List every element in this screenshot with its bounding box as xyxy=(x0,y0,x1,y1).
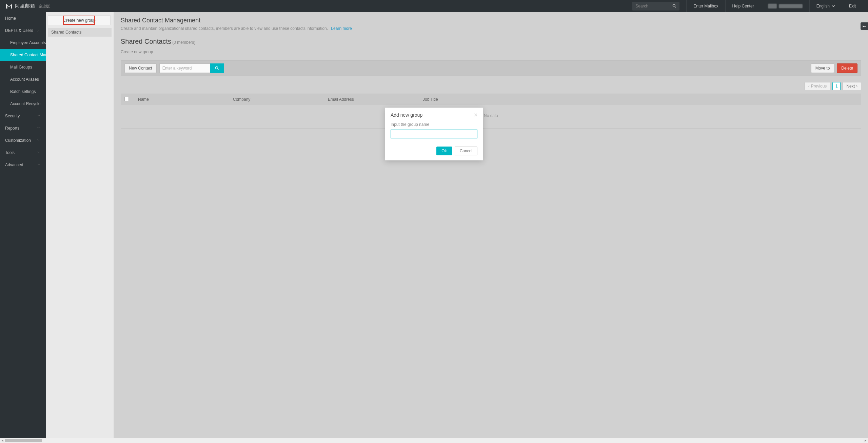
sidebar-item-account-aliases[interactable]: Account Aliases xyxy=(0,73,46,85)
th-job: Job Title xyxy=(423,97,491,102)
modal-cancel-button[interactable]: Cancel xyxy=(455,147,477,155)
logo-text: 阿里邮箱 xyxy=(15,3,35,9)
modal-close-button[interactable]: × xyxy=(474,112,477,118)
create-new-group-label: Create new group xyxy=(63,18,95,23)
collapse-icon: ⇤ xyxy=(863,24,866,29)
user-name xyxy=(779,4,803,8)
group-name-input[interactable] xyxy=(391,130,477,138)
scroll-right-arrow[interactable]: ► xyxy=(863,438,868,443)
topbar: 阿里邮箱 企业版 Enter Mailbox Help Center Engli… xyxy=(0,0,868,12)
sidebar-item-account-recycle[interactable]: Account Recycle xyxy=(0,98,46,110)
language-label: English xyxy=(816,4,830,8)
global-search xyxy=(632,2,679,11)
collapse-panel-button[interactable]: ⇤ xyxy=(861,22,868,30)
search-button[interactable] xyxy=(669,2,679,11)
exit-link[interactable]: Exit xyxy=(842,0,863,12)
scroll-thumb[interactable] xyxy=(5,439,42,442)
svg-line-1 xyxy=(675,7,676,8)
pager-next[interactable]: Next › xyxy=(843,82,861,90)
logo-icon xyxy=(5,3,13,9)
chevron-down-icon: ﹀ xyxy=(37,126,41,131)
group-item-shared-contacts[interactable]: Shared Contacts xyxy=(48,28,112,37)
create-new-group-button[interactable]: Create new group xyxy=(48,16,111,25)
pager-page-1[interactable]: 1 xyxy=(832,82,841,90)
modal-ok-button[interactable]: Ok xyxy=(436,147,452,155)
th-name: Name xyxy=(138,97,233,102)
delete-button[interactable]: Delete xyxy=(837,63,857,73)
scroll-left-arrow[interactable]: ◄ xyxy=(0,438,5,443)
breadcrumb: Create new group xyxy=(121,50,861,54)
scroll-track[interactable] xyxy=(5,438,863,443)
sidebar-item-label: Tools xyxy=(5,150,15,155)
page-title: Shared Contact Management xyxy=(121,17,861,24)
sidebar-item-employee-accounts[interactable]: Employee Accounts xyxy=(0,37,46,49)
chevron-down-icon xyxy=(832,4,835,8)
no-data-message: No data xyxy=(121,105,861,129)
language-selector[interactable]: English xyxy=(809,0,842,12)
chevron-right-icon: › xyxy=(856,84,857,89)
pagination: ‹ Previous 1 Next › xyxy=(121,82,861,90)
logo: 阿里邮箱 企业版 xyxy=(5,3,50,9)
new-contact-button[interactable]: New Contact xyxy=(124,63,157,73)
pager-next-label: Next xyxy=(846,84,855,89)
close-icon: × xyxy=(474,112,477,118)
sidebar-item-customization[interactable]: Customization ﹀ xyxy=(0,134,46,147)
logo-subtext: 企业版 xyxy=(39,4,50,9)
keyword-input[interactable] xyxy=(159,63,210,73)
sidebar-item-home[interactable]: Home xyxy=(0,12,46,24)
sidebar-item-label: Advanced xyxy=(5,162,23,167)
user-menu[interactable] xyxy=(761,0,809,12)
contacts-toolbar: New Contact Move to Delete xyxy=(121,60,861,76)
select-all-checkbox[interactable] xyxy=(124,97,129,101)
sidebar-item-security[interactable]: Security ﹀ xyxy=(0,110,46,122)
add-new-group-modal: Add new group × Input the group name Ok … xyxy=(385,108,483,160)
pager-previous[interactable]: ‹ Previous xyxy=(805,82,831,90)
modal-title: Add new group xyxy=(391,112,422,118)
sidebar: Home DEPTs & Users ︿ Employee Accounts S… xyxy=(0,12,46,443)
sidebar-item-shared-contact-management[interactable]: Shared Contact Management xyxy=(0,49,46,61)
sidebar-item-label: Reports xyxy=(5,126,19,131)
sidebar-item-label: DEPTs & Users xyxy=(5,28,33,33)
sidebar-item-reports[interactable]: Reports ﹀ xyxy=(0,122,46,134)
th-email: Email Address xyxy=(328,97,423,102)
enter-mailbox-link[interactable]: Enter Mailbox xyxy=(686,0,725,12)
avatar xyxy=(768,4,777,8)
chevron-down-icon: ﹀ xyxy=(37,162,41,167)
chevron-down-icon: ﹀ xyxy=(37,150,41,155)
move-to-button[interactable]: Move to xyxy=(811,63,834,73)
chevron-up-icon: ︿ xyxy=(37,28,41,33)
sidebar-item-tools[interactable]: Tools ﹀ xyxy=(0,147,46,159)
contacts-title: Shared Contacts xyxy=(121,38,171,45)
search-input[interactable] xyxy=(632,4,669,8)
search-icon xyxy=(215,66,219,71)
th-company: Company xyxy=(233,97,328,102)
horizontal-scrollbar[interactable]: ◄ ► xyxy=(0,438,868,443)
contacts-table-header: Name Company Email Address Job Title xyxy=(121,94,861,105)
search-icon xyxy=(672,4,677,8)
sidebar-item-mail-groups[interactable]: Mail Groups xyxy=(0,61,46,73)
keyword-search-button[interactable] xyxy=(210,63,224,73)
pager-previous-label: Previous xyxy=(811,84,827,89)
svg-line-3 xyxy=(217,69,218,70)
contacts-member-count: (0 members) xyxy=(172,40,195,45)
chevron-down-icon: ﹀ xyxy=(37,114,41,118)
sidebar-item-advanced[interactable]: Advanced ﹀ xyxy=(0,159,46,171)
chevron-down-icon: ﹀ xyxy=(37,138,41,143)
sidebar-item-depts[interactable]: DEPTs & Users ︿ xyxy=(0,24,46,37)
page-description-text: Create and maintain organizational share… xyxy=(121,26,328,31)
sidebar-item-label: Customization xyxy=(5,138,31,143)
learn-more-link[interactable]: Learn more xyxy=(331,26,352,31)
group-panel: Create new group Shared Contacts xyxy=(46,12,114,443)
sidebar-item-batch-settings[interactable]: Batch settings xyxy=(0,85,46,98)
svg-point-2 xyxy=(215,66,218,69)
page-description: Create and maintain organizational share… xyxy=(121,26,861,31)
modal-input-label: Input the group name xyxy=(391,122,477,127)
help-center-link[interactable]: Help Center xyxy=(725,0,761,12)
main-content: ⇤ Shared Contact Management Create and m… xyxy=(114,12,868,443)
chevron-left-icon: ‹ xyxy=(808,84,810,89)
sidebar-item-label: Security xyxy=(5,114,20,118)
svg-point-0 xyxy=(673,4,675,7)
